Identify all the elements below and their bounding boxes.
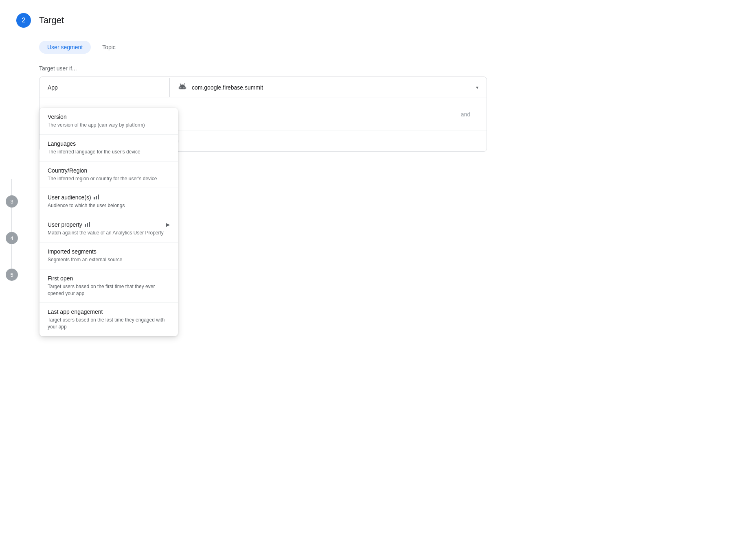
dropdown-item-property-desc: Match against the value of an Analytics … — [48, 230, 170, 236]
target-label: Target user if... — [39, 65, 734, 72]
dropdown-item-first-open-desc: Target users based on the first time tha… — [48, 283, 170, 297]
step-badge-5: 5 — [6, 269, 18, 281]
svg-rect-1 — [179, 87, 180, 89]
dropdown-item-audiences-desc: Audience to which the user belongs — [48, 202, 170, 209]
dropdown-item-user-audiences[interactable]: User audience(s) Audience to which t — [39, 188, 178, 215]
tab-user-segment[interactable]: User segment — [39, 41, 91, 54]
step-number: 2 — [22, 17, 26, 24]
dropdown-menu: Version The version of the app (can vary… — [39, 108, 178, 336]
tab-topic[interactable]: Topic — [94, 41, 124, 54]
tab-bar: User segment Topic — [39, 41, 734, 54]
svg-rect-10 — [98, 195, 99, 199]
app-label: App — [39, 78, 170, 97]
analytics-icon-audiences — [94, 194, 100, 201]
dropdown-item-first-open[interactable]: First open Target users based on the fir… — [39, 269, 178, 303]
svg-rect-3 — [180, 87, 181, 89]
dropdown-item-version-title: Version — [48, 114, 170, 120]
dropdown-item-first-open-title: First open — [48, 275, 170, 282]
app-dropdown-arrow: ▾ — [476, 85, 478, 90]
svg-line-6 — [180, 84, 181, 85]
svg-rect-11 — [85, 224, 86, 227]
svg-rect-12 — [87, 223, 88, 227]
android-icon — [178, 82, 187, 93]
dropdown-item-imported-segments[interactable]: Imported segments Segments from an exter… — [39, 243, 178, 269]
dropdown-item-segments-title: Imported segments — [48, 248, 170, 255]
step-badge-3: 3 — [6, 195, 18, 208]
condition-label-cell: Version The version of the app (can vary… — [39, 108, 170, 121]
dropdown-item-audiences-title: User audience(s) — [48, 194, 170, 201]
svg-rect-2 — [185, 87, 186, 89]
dropdown-item-languages[interactable]: Languages The inferred language for the … — [39, 135, 178, 162]
app-select-cell[interactable]: com.google.firebase.summit ▾ — [170, 77, 487, 98]
dropdown-item-country-desc: The inferred region or country for the u… — [48, 175, 170, 182]
step-badge-4: 4 — [6, 232, 18, 244]
dropdown-item-last-engagement-title: Last app engagement — [48, 308, 170, 315]
dropdown-item-version-desc: The version of the app (can vary by plat… — [48, 122, 170, 129]
dropdown-item-user-property[interactable]: User property ▶ Matc — [39, 215, 178, 243]
main-card: App — [39, 77, 487, 152]
dropdown-item-last-engagement-desc: Target users based on the last time they… — [48, 317, 170, 330]
svg-rect-4 — [184, 87, 184, 89]
svg-rect-9 — [96, 196, 97, 199]
step-badge-2: 2 — [16, 13, 31, 28]
dropdown-item-languages-title: Languages — [48, 140, 170, 147]
dropdown-item-property-title: User property ▶ — [48, 221, 170, 228]
dropdown-item-country-region[interactable]: Country/Region The inferred region or co… — [39, 162, 178, 188]
dropdown-item-languages-desc: The inferred language for the user's dev… — [48, 149, 170, 155]
page-title: Target — [39, 15, 64, 26]
analytics-icon-property — [85, 221, 91, 228]
svg-rect-13 — [89, 222, 90, 227]
dropdown-item-country-title: Country/Region — [48, 167, 170, 174]
svg-line-7 — [184, 84, 185, 85]
dropdown-item-last-engagement[interactable]: Last app engagement Target users based o… — [39, 303, 178, 336]
app-id-text: com.google.firebase.summit — [192, 84, 471, 91]
svg-rect-8 — [94, 197, 95, 199]
condition-row: Version The version of the app (can vary… — [39, 98, 487, 131]
and-text: and — [453, 105, 478, 124]
dropdown-item-version[interactable]: Version The version of the app (can vary… — [39, 108, 178, 135]
app-row: App — [39, 77, 487, 98]
chevron-right-icon: ▶ — [166, 222, 170, 228]
dropdown-item-segments-desc: Segments from an external source — [48, 256, 170, 263]
